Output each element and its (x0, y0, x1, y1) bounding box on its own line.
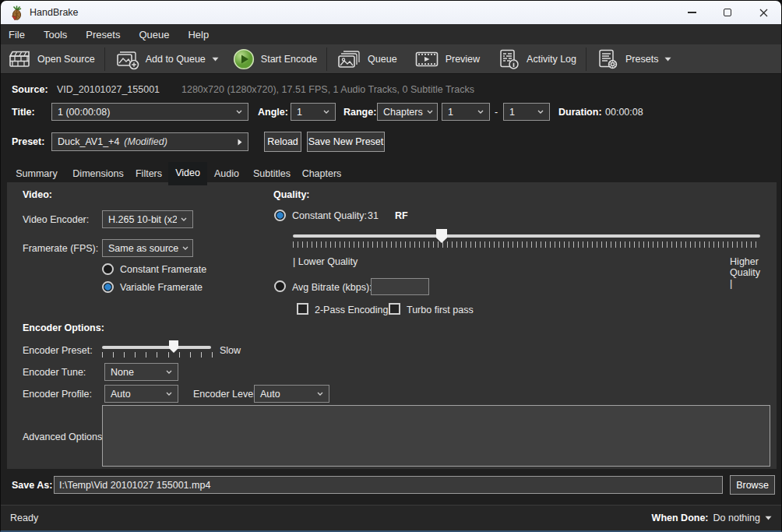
encoder-preset-slider-track[interactable] (102, 346, 211, 349)
angle-select[interactable]: 1 (291, 103, 336, 121)
start-encode-label: Start Encode (261, 54, 317, 65)
tab-video[interactable]: Video (168, 162, 207, 185)
range-type-select[interactable]: Chapters (377, 103, 438, 121)
toolbar-separator (104, 48, 105, 71)
chevron-down-icon (534, 110, 544, 114)
presets-button[interactable]: Presets (589, 44, 678, 73)
encoder-level-select[interactable]: Auto (254, 385, 329, 403)
minimize-button[interactable] (674, 1, 710, 24)
video-encoder-select[interactable]: H.265 10-bit (x265 (102, 210, 193, 228)
preset-select[interactable]: Duck_AV1_+4 (Modified) (51, 132, 248, 151)
menu-item-queue[interactable]: Queue (129, 24, 178, 44)
quality-section-title: Quality: (273, 189, 310, 200)
constant-quality-radio[interactable] (274, 210, 286, 221)
status-ready: Ready (10, 513, 38, 523)
encoder-profile-select[interactable]: Auto (104, 385, 178, 403)
encoder-options-title: Encoder Options: (23, 322, 104, 333)
preset-label: Preset: (12, 136, 44, 147)
maximize-icon (724, 9, 731, 16)
window-controls (674, 1, 781, 24)
queue-label: Queue (368, 54, 397, 65)
activity-log-button[interactable]: Activity Log (490, 44, 583, 73)
preset-modified-flag: (Modified) (124, 136, 167, 147)
menubar: File Tools Presets Queue Help (1, 24, 781, 44)
queue-icon (336, 49, 361, 69)
tab-audio[interactable]: Audio (207, 164, 246, 184)
range-dash: - (495, 107, 498, 118)
save-new-preset-button[interactable]: Save New Preset (307, 132, 385, 152)
menu-item-tools[interactable]: Tools (34, 24, 76, 44)
reload-button[interactable]: Reload (264, 132, 301, 152)
window-titlebar: HandBrake (1, 1, 781, 24)
range-type-value: Chapters (383, 107, 423, 118)
activity-log-icon (497, 48, 520, 70)
title-label: Title: (12, 107, 35, 118)
add-to-queue-label: Add to Queue (146, 54, 206, 65)
maximize-button[interactable] (710, 1, 745, 24)
presets-label: Presets (625, 54, 658, 65)
range-end-value: 1 (509, 107, 515, 118)
range-end-select[interactable]: 1 (503, 103, 550, 121)
encoder-preset-value: Slow (220, 345, 241, 356)
avg-bitrate-input[interactable] (371, 278, 429, 295)
encoder-level-value: Auto (260, 389, 280, 400)
browse-button[interactable]: Browse (730, 475, 775, 495)
clapperboard-icon (8, 49, 31, 69)
angle-select-value: 1 (297, 107, 302, 118)
chevron-down-icon (162, 392, 172, 396)
quality-slider-ticks (293, 241, 760, 248)
avg-bitrate-radio[interactable] (274, 280, 286, 292)
framerate-select[interactable]: Same as source (102, 239, 193, 257)
tab-dimensions[interactable]: Dimensions (67, 164, 129, 184)
start-encode-button[interactable]: Start Encode (226, 44, 324, 73)
video-section-title: Video: (23, 189, 52, 200)
dropdown-arrow-icon[interactable] (765, 516, 772, 520)
encoder-tune-select[interactable]: None (104, 363, 178, 381)
save-as-label: Save As: (12, 480, 52, 491)
tab-filters[interactable]: Filters (128, 164, 170, 184)
menu-item-file[interactable]: File (1, 24, 34, 44)
close-icon (759, 9, 768, 17)
play-icon (233, 48, 255, 70)
advanced-options-textarea[interactable] (102, 405, 770, 467)
rf-label: RF (395, 210, 408, 221)
source-name: VID_20101027_155001 (57, 84, 160, 95)
menu-item-help[interactable]: Help (178, 24, 218, 44)
encoder-preset-slider-ticks (102, 352, 213, 358)
tab-chapters[interactable]: Chapters (298, 164, 346, 184)
two-pass-label[interactable]: 2-Pass Encoding (315, 305, 389, 315)
save-as-input[interactable] (54, 476, 723, 494)
tab-subtitles[interactable]: Subtitles (246, 164, 298, 184)
add-to-queue-icon (114, 48, 139, 70)
source-label: Source: (12, 84, 48, 95)
tab-summary[interactable]: Summary (12, 164, 62, 184)
constant-quality-label[interactable]: Constant Quality: (292, 210, 367, 221)
queue-button[interactable]: Queue (329, 44, 404, 73)
preview-button[interactable]: Preview (407, 44, 487, 73)
toolbar-separator (326, 48, 327, 71)
when-done-select[interactable]: Do nothing (713, 513, 760, 523)
turbo-first-pass-label[interactable]: Turbo first pass (407, 305, 474, 315)
angle-label: Angle: (258, 107, 288, 118)
turbo-first-pass-checkbox[interactable] (389, 303, 400, 315)
handbrake-logo-icon (10, 5, 23, 20)
close-button[interactable] (745, 1, 781, 24)
open-source-button[interactable]: Open Source (1, 44, 102, 73)
higher-quality-label: Higher Quality | (730, 256, 760, 289)
constant-framerate-label[interactable]: Constant Framerate (120, 264, 206, 275)
activity-log-label: Activity Log (527, 54, 576, 65)
menu-item-presets[interactable]: Presets (76, 24, 129, 44)
title-select[interactable]: 1 (00:00:08) (51, 103, 248, 121)
chevron-down-icon (162, 370, 172, 374)
encoder-level-label: Encoder Level: (193, 389, 258, 400)
range-start-select[interactable]: 1 (442, 103, 490, 121)
constant-framerate-radio[interactable] (102, 263, 114, 275)
add-to-queue-button[interactable]: Add to Queue (107, 44, 226, 73)
variable-framerate-radio[interactable] (102, 281, 114, 293)
two-pass-checkbox[interactable] (297, 303, 308, 315)
chevron-down-icon (423, 110, 433, 114)
toolbar: Open Source Add to Queue (1, 44, 781, 74)
avg-bitrate-label[interactable]: Avg Bitrate (kbps): (292, 282, 372, 293)
quality-slider-track[interactable] (293, 234, 760, 238)
variable-framerate-label[interactable]: Variable Framerate (120, 282, 203, 293)
